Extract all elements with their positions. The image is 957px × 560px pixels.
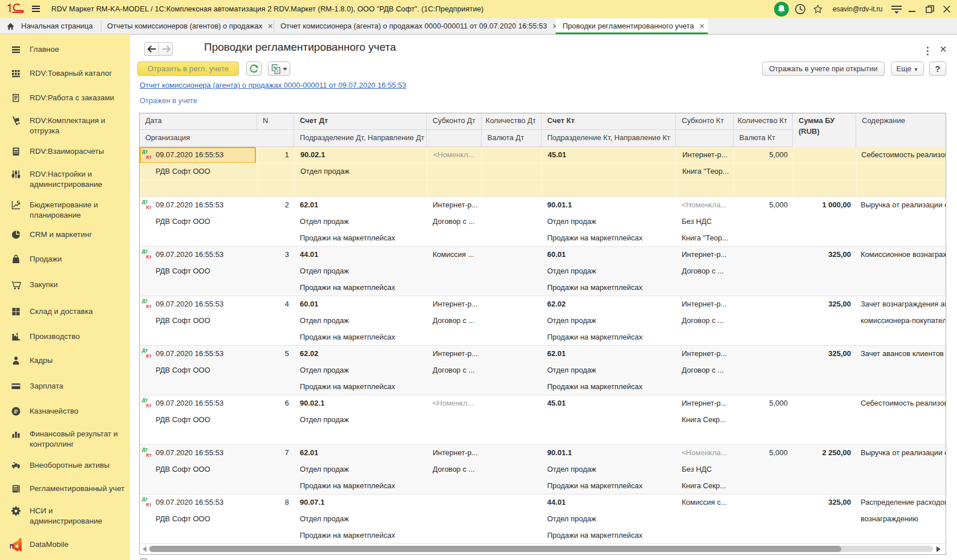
svg-text:P: P — [18, 201, 20, 204]
svg-text:P: P — [14, 408, 18, 414]
